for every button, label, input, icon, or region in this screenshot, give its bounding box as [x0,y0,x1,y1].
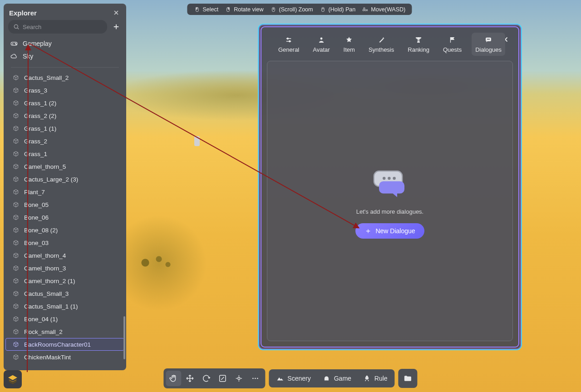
add-object-button[interactable] [111,21,122,32]
cube-icon [12,188,20,196]
scrollbar-thumb[interactable] [123,316,125,359]
tab-ranking[interactable]: Ranking [404,33,433,56]
wand-icon [377,35,386,44]
explorer-title: Explorer [9,9,37,17]
explorer-object-item[interactable]: Grass_1 [5,147,124,160]
more-icon [251,374,260,383]
more-tools-button[interactable] [247,371,263,386]
viewport-hints-bar: SelectRotate view(Scroll) Zoom(Hold) Pan… [187,4,412,15]
viewport-hint: Move(WASD) [362,6,405,13]
mode-scenery-button[interactable]: Scenery [271,372,316,385]
cube-icon [12,277,20,284]
mode-rule-button[interactable]: Rule [358,372,393,385]
explorer-object-item[interactable]: Grass_3 [5,84,124,97]
tab-label: Quests [443,46,462,53]
tab-item[interactable]: Item [340,33,359,56]
explorer-panel: Explorer GameplaySky Cactus_Small_2Grass… [4,4,126,370]
explorer-object-label: Bone_05 [24,201,49,208]
svg-point-14 [287,38,288,39]
explorer-object-label: Cactus_Small_3 [24,290,69,297]
hand-tool-button[interactable] [166,371,181,386]
viewport-hint-label: Move(WASD) [371,6,405,13]
explorer-object-item[interactable]: Grass_1 (2) [5,97,124,109]
flag-icon [448,35,457,44]
explorer-object-item[interactable]: ChickenMaskTint [5,351,124,363]
search-input[interactable] [23,24,103,30]
explorer-object-item[interactable]: Bone_06 [5,211,124,224]
explorer-object-item[interactable]: Grass_2 [5,135,124,147]
new-dialogue-button[interactable]: ＋ New Dialogue [355,223,424,239]
tab-label: General [278,46,299,53]
rocket-icon [363,374,371,382]
explorer-top-item-sky[interactable]: Sky [4,50,126,63]
tab-dialogues[interactable]: Dialogues [472,33,505,56]
explorer-object-item[interactable]: Cactus_Small_2 [5,71,124,84]
explorer-object-item[interactable]: Camel_thorn_5 [5,160,124,173]
svg-rect-7 [273,8,273,10]
tab-quests[interactable]: Quests [439,33,465,56]
explorer-close-button[interactable] [112,8,121,17]
tab-label: Avatar [313,46,330,53]
explorer-object-item[interactable]: Bone_04 (1) [5,313,124,325]
svg-rect-12 [365,10,366,11]
sliders-icon [284,35,293,44]
explorer-object-item[interactable]: BackRoomsCharacter01 [5,338,124,351]
svg-point-15 [289,41,290,42]
mouse-scroll-icon [270,6,276,13]
snap-tool-button[interactable] [231,371,246,386]
svg-point-16 [320,38,323,40]
rotate-tool-button[interactable] [198,371,214,386]
mode-game-button[interactable]: Game [317,372,357,385]
explorer-object-item[interactable]: Bone_05 [5,198,124,211]
explorer-object-item[interactable]: Plant_7 [5,186,124,198]
explorer-object-item[interactable]: Grass_2 (2) [5,109,124,122]
chat-icon [484,35,493,44]
scale-tool-button[interactable] [215,371,230,386]
explorer-object-item[interactable]: Bone_03 [5,236,124,249]
explorer-object-label: Bone_04 (1) [24,316,58,323]
explorer-object-item[interactable]: Bone_08 (2) [5,224,124,236]
transform-tool-group [163,368,265,388]
explorer-object-list[interactable]: Cactus_Small_2Grass_3Grass_1 (2)Grass_2 … [4,71,126,370]
explorer-object-label: Rock_small_2 [24,328,63,335]
explorer-object-label: Grass_2 (2) [24,113,56,119]
explorer-object-item[interactable]: Cactus_Small_3 [5,287,124,300]
explorer-object-item[interactable]: Cactus_Large_2 (3) [5,173,124,186]
dialogues-empty-text: Let's add more dialogues. [356,208,423,215]
cube-icon [12,315,20,323]
tab-label: Item [344,46,355,53]
svg-point-27 [327,377,328,378]
explorer-object-label: Camel_thorn_5 [24,163,66,170]
plus-icon [112,23,120,31]
svg-point-22 [238,377,240,380]
explorer-object-label: Grass_1 [24,151,47,157]
mouse-middle-icon [319,6,326,13]
tab-general[interactable]: General [275,33,303,56]
explorer-object-item[interactable]: Grass_1 (1) [5,122,124,135]
explorer-object-item[interactable]: Rock_small_2 [5,325,124,338]
ghost-icon [323,374,331,382]
tab-avatar[interactable]: Avatar [309,33,333,56]
viewport-hint-label: (Hold) Pan [328,6,355,13]
cube-icon [12,87,20,94]
cube-icon [12,353,20,361]
svg-point-0 [14,24,18,28]
search-input-wrap[interactable] [8,20,107,34]
tab-label: Dialogues [475,46,502,53]
keyboard-icon [362,6,369,13]
assets-folder-button[interactable] [399,369,418,388]
explorer-object-item[interactable]: Camel_thorn_4 [5,249,124,262]
svg-point-9 [322,8,323,9]
trophy-icon [414,35,423,44]
new-dialogue-label: New Dialogue [375,227,415,235]
tab-synthesis[interactable]: Synthesis [365,33,398,56]
explorer-object-item[interactable]: Cactus_Small_1 (1) [5,300,124,313]
move-tool-button[interactable] [182,371,197,386]
viewport-hint-label: Select [202,6,218,13]
explorer-object-item[interactable]: Camel_thorn_3 [5,262,124,274]
explorer-object-item[interactable]: Camel_thorn_2 (1) [5,274,124,287]
explorer-top-item-gameplay[interactable]: Gameplay [4,37,126,50]
layers-button[interactable] [4,370,22,388]
scene-vegetation [132,252,177,270]
cube-icon [12,226,20,234]
